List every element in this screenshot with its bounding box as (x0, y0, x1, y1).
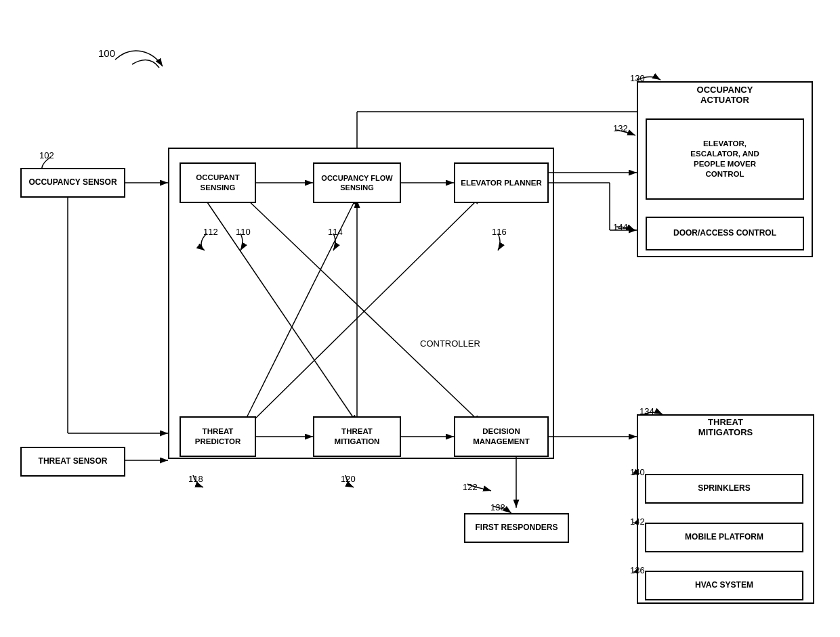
label-118: 118 (188, 474, 203, 484)
occupancy-actuator-label: OCCUPANCY ACTUATOR (697, 85, 753, 105)
occupancy-flow-box: OCCUPANCY FLOW SENSING (313, 162, 401, 203)
elevator-escalator-box: ELEVATOR, ESCALATOR, AND PEOPLE MOVER CO… (646, 118, 804, 200)
label-122: 122 (463, 482, 478, 492)
hvac-system-box: HVAC SYSTEM (645, 571, 803, 600)
door-access-label: DOOR/ACCESS CONTROL (673, 228, 776, 239)
label-140: 140 (630, 467, 645, 477)
label-102: 102 (39, 150, 54, 160)
threat-predictor-box: THREAT PREDICTOR (180, 416, 256, 457)
label-116: 116 (492, 227, 507, 237)
threat-sensor-label: THREAT SENSOR (39, 456, 108, 467)
threat-predictor-label: THREAT PREDICTOR (195, 426, 241, 447)
mobile-platform-label: MOBILE PLATFORM (685, 532, 763, 543)
occupant-sensing-label: OCCUPANT SENSING (196, 173, 239, 193)
elevator-planner-label: ELEVATOR PLANNER (461, 178, 541, 188)
decision-management-box: DECISION MANAGEMENT (454, 416, 549, 457)
mobile-platform-box: MOBILE PLATFORM (645, 523, 803, 552)
occupancy-flow-label: OCCUPANCY FLOW SENSING (321, 173, 392, 193)
first-responders-label: FIRST RESPONDERS (475, 523, 558, 533)
label-132: 132 (613, 123, 628, 133)
label-142: 142 (630, 517, 645, 527)
threat-mitigation-label: THREAT MITIGATION (335, 426, 380, 447)
label-138: 138 (490, 502, 505, 512)
occupancy-sensor-label: OCCUPANCY SENSOR (28, 177, 117, 188)
label-110: 110 (236, 227, 251, 237)
elevator-escalator-label: ELEVATOR, ESCALATOR, AND PEOPLE MOVER CO… (690, 139, 759, 179)
threat-sensor-box: THREAT SENSOR (20, 447, 125, 477)
threat-mitigators-label: THREAT MITIGATORS (698, 417, 753, 437)
sprinklers-label: SPRINKLERS (698, 483, 750, 494)
hvac-system-label: HVAC SYSTEM (695, 580, 753, 591)
occupancy-sensor-box: OCCUPANCY SENSOR (20, 168, 125, 198)
label-136: 136 (630, 565, 645, 575)
label-100: 100 (98, 47, 115, 59)
first-responders-box: FIRST RESPONDERS (464, 513, 569, 543)
occupant-sensing-box: OCCUPANT SENSING (180, 162, 256, 203)
controller-label: CONTROLLER (420, 338, 480, 349)
threat-mitigation-box: THREAT MITIGATION (313, 416, 401, 457)
door-access-box: DOOR/ACCESS CONTROL (646, 217, 804, 250)
elevator-planner-box: ELEVATOR PLANNER (454, 162, 549, 203)
label-144: 144 (613, 222, 628, 232)
sprinklers-box: SPRINKLERS (645, 474, 803, 504)
label-112: 112 (203, 227, 218, 237)
decision-management-label: DECISION MANAGEMENT (473, 426, 530, 447)
label-120: 120 (341, 474, 356, 484)
label-114: 114 (328, 227, 343, 237)
